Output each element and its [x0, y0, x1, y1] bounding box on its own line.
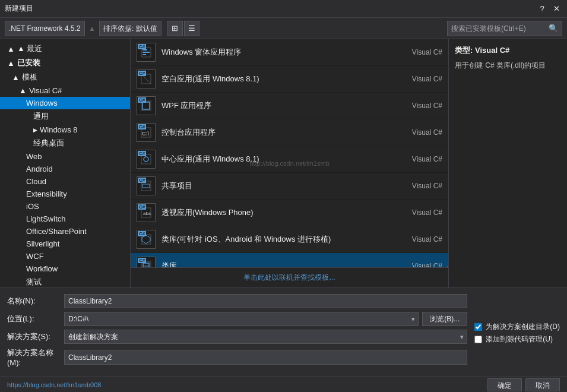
location-select[interactable]: D:\C#\ — [64, 312, 419, 326]
tree-item-templates[interactable]: ▲ 模板 — [0, 70, 130, 84]
middle-panel: http://blog.csdn.net/lm1smb C# Windows 窗… — [131, 39, 448, 287]
template-icon-1: C# — [137, 43, 156, 62]
dialog-title: 新建项目 — [5, 4, 33, 14]
template-lang-3: Visual C# — [401, 102, 442, 110]
tree-item-wcf[interactable]: WCF — [0, 250, 130, 263]
svg-text:C:\: C:\ — [142, 131, 149, 137]
template-icon-7: C# abc — [137, 203, 156, 222]
tree-item-recent[interactable]: ▲ ▲ 最近 — [0, 42, 130, 56]
template-item-8[interactable]: C# 类库(可针对 iOS、Android 和 Windows 进行移植) Vi… — [131, 226, 448, 253]
template-item-6[interactable]: C# 共享项目 Visual C# — [131, 173, 448, 200]
tree-scroll: ▲ ▲ 最近 ▲ 已安装 ▲ 模板 ▲ Visual C# — [0, 39, 130, 287]
template-lang-1: Visual C# — [401, 48, 442, 56]
visualcsharp-arrow: ▲ — [19, 86, 27, 95]
template-icon-2: C# — [137, 69, 156, 88]
dialog: .NET Framework 4.5.2 ▲ 排序依据: 默认值 ⊞ ☰ 🔍 ▲ — [0, 18, 567, 392]
solution-row: 解决方案(S): 创建新解决方案 — [7, 330, 467, 344]
template-icon-3: C# — [137, 96, 156, 115]
template-name-7: 透视应用(Windows Phone) — [161, 207, 395, 218]
template-name-8: 类库(可针对 iOS、Android 和 Windows 进行移植) — [161, 234, 395, 245]
template-item-2[interactable]: C# 空白应用(通用 Windows 8.1) Visual C# — [131, 66, 448, 93]
tree-item-tongyong[interactable]: 通用 — [0, 109, 130, 124]
toolbar: .NET Framework 4.5.2 ▲ 排序依据: 默认值 ⊞ ☰ 🔍 — [0, 18, 567, 39]
template-icon-6: C# — [137, 176, 156, 195]
tree-item-lightswitch[interactable]: LightSwitch — [0, 213, 130, 225]
tree-item-workflow[interactable]: Workflow — [0, 263, 130, 275]
template-name-6: 共享项目 — [161, 181, 395, 191]
template-lang-8: Visual C# — [401, 235, 442, 244]
bottom-left-forms: 名称(N): 位置(L): D:\C#\ 浏览(B)... 解决方案(S): — [7, 294, 467, 371]
bottom-right-checks: 为解决方案创建目录(D) 添加到源代码管理(U) — [474, 294, 560, 371]
tree-item-installed[interactable]: ▲ 已安装 — [0, 56, 130, 70]
search-input[interactable] — [451, 24, 546, 33]
tree-item-office[interactable]: Office/SharePoint — [0, 225, 130, 238]
framework-selector: .NET Framework 4.5.2 — [5, 21, 85, 36]
list-view-button[interactable]: ☰ — [184, 21, 199, 36]
tree-item-web[interactable]: Web — [0, 150, 130, 163]
template-item-7[interactable]: C# abc 透视应用(Windows Phone) Visual C# — [131, 200, 448, 226]
name-row: 名称(N): — [7, 294, 467, 308]
toolbar-separator: ▲ — [88, 24, 96, 33]
template-lang-5: Visual C# — [401, 155, 442, 163]
tree-item-ceshi[interactable]: 测试 — [0, 275, 130, 287]
tree-item-visualcsharp[interactable]: ▲ Visual C# — [0, 84, 130, 97]
name-label: 名称(N): — [7, 296, 61, 306]
template-lang-4: Visual C# — [401, 128, 442, 137]
solution-name-input[interactable] — [64, 350, 467, 365]
browse-button[interactable]: 浏览(B)... — [422, 312, 467, 326]
search-bar: 🔍 — [447, 21, 562, 36]
templates-arrow: ▲ — [12, 73, 20, 82]
tree-item-extensibility[interactable]: Extensibility — [0, 188, 130, 200]
tree-item-cloud[interactable]: Cloud — [0, 175, 130, 188]
template-more-link[interactable]: 单击此处以联机并查找模板... — [131, 267, 448, 287]
ok-button[interactable]: 确定 — [487, 378, 522, 391]
name-input[interactable] — [64, 294, 467, 308]
footer: https://blog.csdn.net/lm1smb008 确定 取消 — [0, 377, 567, 392]
body: ▲ ▲ 最近 ▲ 已安装 ▲ 模板 ▲ Visual C# — [0, 39, 567, 287]
footer-link[interactable]: https://blog.csdn.net/lm1smb008 — [7, 381, 101, 388]
help-button[interactable]: ? — [536, 3, 548, 15]
template-name-4: 控制台应用程序 — [161, 127, 395, 138]
checkbox-2-label: 添加到源代码管理(U) — [486, 334, 553, 344]
tree-item-windows8[interactable]: ▶ Windows 8 — [0, 124, 130, 136]
installed-arrow: ▲ — [7, 59, 15, 68]
solution-name-row: 解决方案名称(M): — [7, 347, 467, 367]
template-name-1: Windows 窗体应用程序 — [161, 47, 395, 58]
template-item-9[interactable]: C# 类库 Visual C# ◀ — [131, 253, 448, 267]
recent-arrow: ▲ — [7, 45, 15, 53]
svg-rect-3 — [142, 54, 146, 55]
solution-label: 解决方案(S): — [7, 331, 61, 342]
location-row: 位置(L): D:\C#\ 浏览(B)... — [7, 312, 467, 326]
checkbox-row-1: 为解决方案创建目录(D) — [474, 322, 560, 332]
template-item-3[interactable]: C# WPF 应用程序 Visual C# — [131, 93, 448, 119]
close-button[interactable]: ✕ — [550, 3, 562, 15]
tree-item-ios[interactable]: iOS — [0, 200, 130, 213]
template-item-1[interactable]: C# Windows 窗体应用程序 Visual C# — [131, 39, 448, 66]
template-name-3: WPF 应用程序 — [161, 100, 395, 111]
framework-dropdown[interactable]: .NET Framework 4.5.2 — [5, 21, 85, 36]
template-item-4[interactable]: C# C:\ 控制台应用程序 Visual C# — [131, 119, 448, 146]
template-lang-9: Visual C# — [401, 262, 442, 267]
left-panel: ▲ ▲ 最近 ▲ 已安装 ▲ 模板 ▲ Visual C# — [0, 39, 131, 287]
svg-text:abc: abc — [143, 211, 151, 216]
red-arrow-indicator: ◀ — [446, 259, 448, 267]
tree-item-android[interactable]: Android — [0, 163, 130, 175]
right-panel-type: 类型: Visual C# — [455, 45, 561, 56]
cancel-button[interactable]: 取消 — [525, 378, 560, 391]
windows8-arrow: ▶ — [33, 127, 37, 133]
title-bar-controls: ? ✕ — [536, 3, 562, 15]
solution-select[interactable]: 创建新解决方案 — [64, 330, 467, 344]
solution-name-label: 解决方案名称(M): — [7, 347, 61, 367]
svg-rect-2 — [142, 52, 150, 53]
grid-view-button[interactable]: ⊞ — [167, 21, 183, 36]
sort-dropdown[interactable]: 排序依据: 默认值 — [99, 21, 161, 36]
template-icon-9: C# — [137, 257, 156, 267]
template-item-5[interactable]: C# 中心应用(通用 Windows 8.1) Visual C# — [131, 146, 448, 173]
template-lang-2: Visual C# — [401, 75, 442, 83]
checkbox-create-dir[interactable] — [474, 323, 482, 331]
checkbox-source-ctrl[interactable] — [474, 336, 482, 343]
tree-item-jingdian[interactable]: 经典桌面 — [0, 136, 130, 150]
tree-item-windows[interactable]: Windows — [0, 97, 130, 109]
sort-selector: 排序依据: 默认值 — [99, 21, 161, 36]
tree-item-silverlight[interactable]: Silverlight — [0, 238, 130, 250]
